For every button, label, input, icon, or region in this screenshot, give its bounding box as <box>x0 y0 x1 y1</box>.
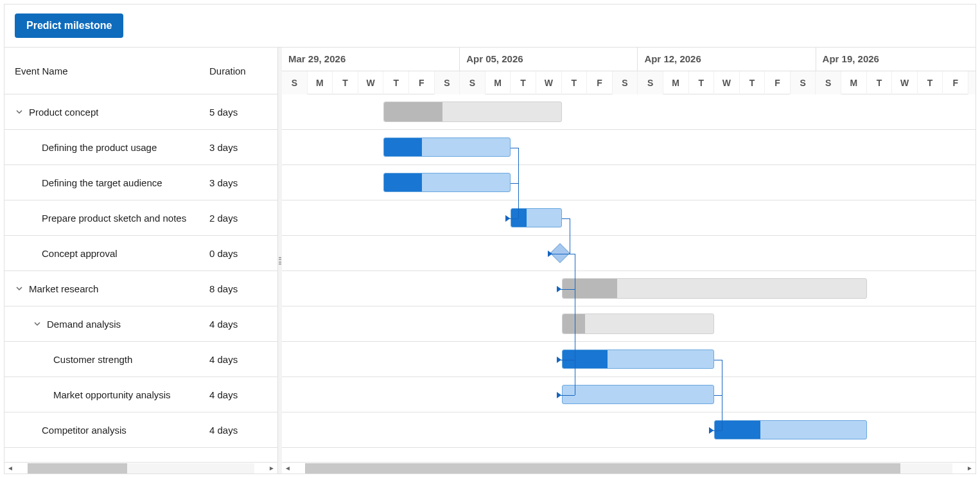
task-bar[interactable] <box>383 173 511 192</box>
day-header: M <box>841 71 867 95</box>
dependency-arrow-icon <box>557 392 561 398</box>
task-bar[interactable] <box>562 385 715 404</box>
timeline-row <box>282 306 976 342</box>
timeline-row <box>282 165 976 200</box>
grid-rows: Product concept5 daysDefining the produc… <box>4 94 277 462</box>
task-name-cell[interactable]: Competitor analysis <box>4 425 207 436</box>
task-name-cell[interactable]: Prepare product sketch and notes <box>4 213 207 224</box>
table-row[interactable]: Defining the product usage3 days <box>4 130 277 165</box>
day-header: T <box>867 71 893 95</box>
day-header: S <box>968 71 976 95</box>
summary-bar[interactable] <box>562 278 867 299</box>
scroll-left-icon[interactable]: ◄ <box>282 463 293 474</box>
table-row[interactable]: Market opportunity analysis4 days <box>4 377 277 412</box>
day-header: M <box>663 71 689 95</box>
day-header: M <box>486 71 511 95</box>
grip-icon <box>279 257 281 265</box>
task-name-label: Prepare product sketch and notes <box>42 213 186 224</box>
task-duration-cell: 3 days <box>207 177 277 188</box>
col-header-name[interactable]: Event Name <box>4 66 207 76</box>
task-name-cell[interactable]: Defining the product usage <box>4 142 207 153</box>
day-header: T <box>511 71 536 95</box>
summary-bar[interactable] <box>562 314 715 334</box>
scrollbar-thumb[interactable] <box>305 463 900 474</box>
task-name-label: Defining the product usage <box>42 142 157 153</box>
timeline-row <box>282 377 976 412</box>
scroll-left-icon[interactable]: ◄ <box>4 463 16 474</box>
scrollbar-thumb[interactable] <box>28 463 127 474</box>
day-header: T <box>689 71 715 95</box>
task-duration-cell: 4 days <box>207 425 277 436</box>
task-name-cell[interactable]: Concept approval <box>4 248 207 259</box>
task-name-cell[interactable]: Market research <box>4 283 207 294</box>
task-grid: Event Name Duration Product concept5 day… <box>4 48 278 474</box>
timeline-row <box>282 412 976 448</box>
day-header: S <box>791 71 816 95</box>
scroll-right-icon[interactable]: ► <box>266 463 277 474</box>
col-header-duration[interactable]: Duration <box>207 66 277 76</box>
table-row[interactable]: Competitor analysis4 days <box>4 412 277 448</box>
dependency-arrow-icon <box>709 427 713 434</box>
week-header: Apr 12, 2026 <box>638 48 816 71</box>
table-row[interactable]: Customer strength4 days <box>4 342 277 377</box>
gantt-content: Event Name Duration Product concept5 day… <box>4 48 976 474</box>
day-header: S <box>435 71 460 95</box>
day-header: F <box>587 71 613 95</box>
day-header: T <box>918 71 943 95</box>
timeline-row <box>282 271 976 306</box>
day-header: S <box>816 71 841 95</box>
chevron-down-icon[interactable] <box>15 107 24 116</box>
task-name-label: Market research <box>29 283 98 294</box>
task-bar[interactable] <box>383 137 511 157</box>
task-name-label: Market opportunity analysis <box>53 389 171 400</box>
table-row[interactable]: Prepare product sketch and notes2 days <box>4 200 277 236</box>
table-row[interactable]: Demand analysis4 days <box>4 306 277 342</box>
day-header: F <box>943 71 968 95</box>
task-bar[interactable] <box>562 350 715 369</box>
timeline-body[interactable] <box>282 94 976 462</box>
task-name-cell[interactable]: Market opportunity analysis <box>4 389 207 400</box>
dependency-arrow-icon <box>505 215 510 222</box>
chevron-down-icon[interactable] <box>33 319 42 328</box>
grid-horizontal-scrollbar[interactable]: ◄ ► <box>4 462 277 474</box>
day-header: T <box>333 71 358 95</box>
predict-milestone-button[interactable]: Predict milestone <box>15 13 123 38</box>
day-header: S <box>282 71 308 95</box>
table-row[interactable]: Defining the target audience3 days <box>4 165 277 200</box>
timeline: Mar 29, 2026Apr 05, 2026Apr 12, 2026Apr … <box>282 48 976 474</box>
task-name-label: Defining the target audience <box>42 177 162 188</box>
task-name-cell[interactable]: Customer strength <box>4 354 207 365</box>
timeline-row <box>282 94 976 130</box>
task-name-label: Competitor analysis <box>42 425 127 436</box>
task-name-cell[interactable]: Defining the target audience <box>4 177 207 188</box>
dependency-arrow-icon <box>548 251 552 257</box>
scroll-right-icon[interactable]: ► <box>964 463 976 474</box>
task-name-cell[interactable]: Demand analysis <box>4 319 207 330</box>
timeline-header: Mar 29, 2026Apr 05, 2026Apr 12, 2026Apr … <box>282 48 976 94</box>
day-header: M <box>308 71 333 95</box>
timeline-row <box>282 200 976 236</box>
dependency-arrow-icon <box>557 357 561 363</box>
task-bar[interactable] <box>714 420 867 439</box>
day-header: W <box>358 71 384 95</box>
week-header: Apr 19, 2026 <box>816 48 976 71</box>
chevron-down-icon[interactable] <box>15 284 24 293</box>
task-duration-cell: 2 days <box>207 213 277 224</box>
day-header: S <box>638 71 663 95</box>
day-header: F <box>765 71 791 95</box>
summary-bar[interactable] <box>383 102 561 122</box>
table-row[interactable]: Market research8 days <box>4 271 277 306</box>
task-name-label: Demand analysis <box>47 319 121 330</box>
table-row[interactable]: Product concept5 days <box>4 94 277 130</box>
timeline-horizontal-scrollbar[interactable]: ◄ ► <box>282 462 976 474</box>
task-name-label: Concept approval <box>42 248 118 259</box>
day-header: T <box>383 71 409 95</box>
task-name-label: Customer strength <box>53 354 132 365</box>
progress-fill <box>384 138 422 156</box>
task-duration-cell: 4 days <box>207 354 277 365</box>
task-name-cell[interactable]: Product concept <box>4 107 207 118</box>
timeline-row <box>282 236 976 271</box>
day-header: T <box>562 71 588 95</box>
day-header: F <box>409 71 435 95</box>
table-row[interactable]: Concept approval0 days <box>4 236 277 271</box>
